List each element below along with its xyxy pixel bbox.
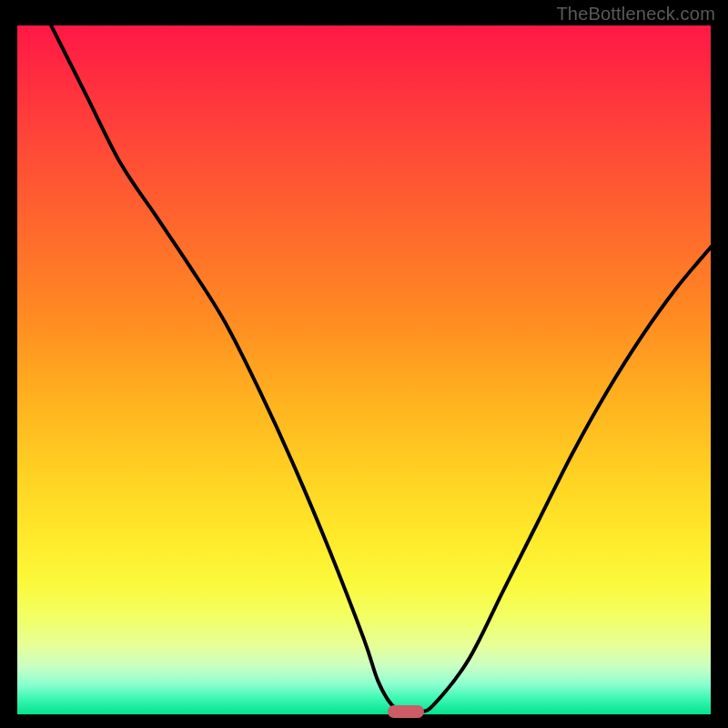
curve-svg [16, 25, 712, 715]
chart-frame: TheBottleneck.com [0, 0, 728, 728]
optimum-marker [388, 705, 424, 718]
watermark-text: TheBottleneck.com [556, 4, 715, 25]
plot-area [16, 25, 712, 715]
bottleneck-curve-path [51, 25, 712, 713]
plot-inner [16, 25, 712, 715]
